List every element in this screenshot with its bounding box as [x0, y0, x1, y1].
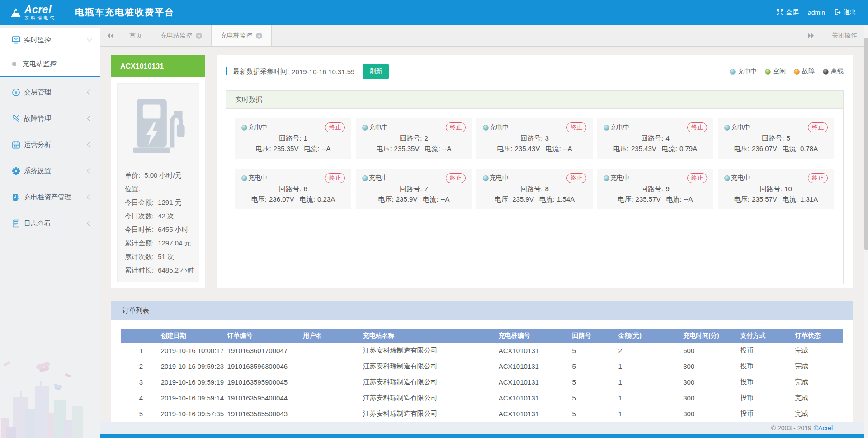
- tabs-scroll-left-button[interactable]: [100, 25, 120, 46]
- sidebar-item-label: 日志查看: [24, 219, 88, 228]
- table-row: 5 2019-10-16 09:57:35 1910163585500043 江…: [121, 406, 843, 422]
- circuit-card: 充电中 终止 回路号:6 电压:236.07V电流:0.23A: [235, 169, 351, 209]
- acrel-logo-icon: [10, 7, 22, 19]
- circuit-number: 回路号:9: [604, 185, 707, 193]
- footer: © 2003 - 2019 ©Acrel: [100, 422, 868, 434]
- brand-link[interactable]: ©Acrel: [814, 424, 833, 432]
- sidebar-item-station-monitor[interactable]: 充电站监控: [0, 52, 100, 76]
- tab-close-icon[interactable]: ×: [196, 33, 202, 39]
- sidebar-item-realtime-monitor[interactable]: 实时监控: [0, 28, 100, 52]
- acrel-logo: Acrel 安科瑞电气: [10, 5, 56, 20]
- circuit-number: 回路号:4: [604, 134, 707, 143]
- refresh-button[interactable]: 刷新: [363, 64, 389, 79]
- offline-status-icon: [823, 69, 829, 75]
- chevron-down-icon: [87, 36, 92, 41]
- stop-button[interactable]: 终止: [446, 173, 466, 183]
- charging-status-icon: [724, 125, 730, 131]
- tabs-scroll-right-button[interactable]: [801, 25, 821, 46]
- circuit-values: 电压:235.9V电流:1.54A: [483, 195, 586, 204]
- sidebar-item-label: 实时监控: [24, 36, 88, 44]
- fullscreen-button[interactable]: 全屏: [777, 9, 799, 17]
- stop-button[interactable]: 终止: [446, 122, 466, 132]
- column-header: 充电站名称: [363, 329, 499, 343]
- charging-pile-icon: [12, 193, 20, 202]
- circuit-number: 回路号:8: [483, 185, 586, 193]
- circuit-values: 电压:235.35V电流:--A: [241, 145, 345, 153]
- legend-fault: 故障: [794, 67, 815, 75]
- tab-pile-monitor[interactable]: 充电桩监控 ×: [212, 25, 272, 46]
- page-body: ACX1010131: [100, 47, 868, 422]
- monitor-icon: [12, 36, 20, 44]
- scrollbar-thumb[interactable]: [864, 38, 868, 250]
- stop-button[interactable]: 终止: [808, 122, 828, 132]
- station-panel: ACX1010131: [111, 55, 205, 288]
- station-info-unit-price: 单价: 5.00 小时/元: [125, 169, 199, 182]
- sidebar-item-settings[interactable]: 系统设置: [0, 158, 100, 184]
- circuit-card: 充电中 终止 回路号:5 电压:236.07V电流:0.78A: [718, 118, 834, 159]
- circuit-number: 回路号:1: [241, 134, 345, 143]
- realtime-panel-title: 实时数据: [226, 91, 843, 109]
- vertical-scrollbar[interactable]: [864, 25, 868, 438]
- sidebar-item-logs[interactable]: 日志查看: [0, 210, 100, 236]
- legend-idle: 空闲: [765, 67, 786, 75]
- circuit-card: 充电中 终止 回路号:4 电压:235.43V电流:0.79A: [597, 118, 713, 159]
- stop-button[interactable]: 终止: [566, 173, 586, 183]
- submenu-item-label: 充电站监控: [23, 60, 57, 68]
- double-chevron-left-icon: [107, 33, 114, 39]
- column-header: 订单编号: [227, 329, 303, 343]
- sidebar-item-label: 充电桩资产管理: [24, 193, 88, 202]
- logo-subtext: 安科瑞电气: [24, 16, 56, 20]
- chevron-left-icon: [87, 194, 92, 199]
- accent-tick: [226, 67, 227, 75]
- app-header: Acrel 安科瑞电气 电瓶车充电桩收费平台 全屏 admin 退出: [0, 0, 868, 25]
- stop-button[interactable]: 终止: [325, 173, 345, 183]
- tab-bar: 首页 充电站监控 × 充电桩监控 × 关闭操作: [100, 25, 868, 47]
- column-header: 创建日期: [161, 329, 227, 343]
- column-header: 金额(元): [618, 329, 684, 343]
- circuit-values: 电压:236.07V电流:0.23A: [241, 195, 345, 204]
- column-header: 支付方式: [740, 329, 795, 343]
- stop-button[interactable]: 终止: [325, 122, 345, 132]
- station-info-today-amount: 今日金额: 1291 元: [125, 196, 199, 209]
- stop-button[interactable]: 终止: [566, 122, 586, 132]
- stop-button[interactable]: 终止: [687, 173, 707, 183]
- circuit-values: 电压:235.35V电流:--A: [362, 145, 466, 153]
- tab-station-monitor[interactable]: 充电站监控 ×: [151, 25, 212, 46]
- tab-home[interactable]: 首页: [120, 25, 151, 46]
- charging-status-icon: [241, 125, 247, 131]
- column-header: 充电桩编号: [499, 329, 572, 343]
- sidebar-item-label: 故障管理: [24, 114, 88, 123]
- coin-yen-icon: ¥: [12, 88, 20, 97]
- tab-close-icon[interactable]: ×: [256, 33, 262, 39]
- circuit-values: 电压:236.07V电流:0.78A: [724, 145, 828, 153]
- close-operations-button[interactable]: 关闭操作: [821, 25, 868, 46]
- column-header: 用户名: [303, 329, 363, 343]
- sidebar: 实时监控 充电站监控 ¥ 交易管理: [0, 25, 100, 438]
- sidebar-item-analytics[interactable]: 运营分析: [0, 132, 100, 158]
- user-menu[interactable]: admin: [808, 9, 825, 16]
- legend-charging: 充电中: [730, 67, 757, 75]
- circuit-values: 电压:235.57V电流:--A: [604, 195, 707, 204]
- circuit-number: 回路号:6: [241, 185, 345, 193]
- stop-button[interactable]: 终止: [687, 122, 707, 132]
- orders-header-row: 创建日期 订单编号 用户名 充电站名称 充电桩编号 回路号 金额(元) 充电时间…: [121, 329, 843, 343]
- logout-label: 退出: [844, 9, 856, 17]
- circuit-card: 充电中 终止 回路号:10 电压:235.57V电流:1.31A: [718, 169, 834, 209]
- tab-label: 首页: [129, 32, 142, 40]
- username: admin: [808, 9, 825, 16]
- charging-status-icon: [483, 125, 489, 131]
- circuit-card: 充电中 终止 回路号:1 电压:235.35V电流:--A: [235, 118, 351, 159]
- circuit-number: 回路号:10: [724, 185, 828, 193]
- skyline-watermark: [0, 359, 100, 438]
- logout-button[interactable]: 退出: [834, 9, 856, 17]
- table-row: 2 2019-10-16 09:59:23 1910163596300046 江…: [121, 358, 843, 374]
- circuit-card: 充电中 终止 回路号:3 电压:235.43V电流:--A: [476, 118, 593, 159]
- realtime-data-panel: 实时数据 充电中 终止 回路号:1: [226, 90, 844, 284]
- tab-label: 充电站监控: [160, 32, 192, 40]
- sidebar-item-transactions[interactable]: ¥ 交易管理: [0, 79, 100, 105]
- circuit-card: 充电中 终止 回路号:2 电压:235.35V电流:--A: [356, 118, 472, 159]
- circuit-card: 充电中 终止 回路号:9 电压:235.57V电流:--A: [597, 169, 713, 209]
- stop-button[interactable]: 终止: [808, 173, 828, 183]
- sidebar-item-pile-assets[interactable]: 充电桩资产管理: [0, 184, 100, 210]
- sidebar-item-faults[interactable]: 故障管理: [0, 105, 100, 132]
